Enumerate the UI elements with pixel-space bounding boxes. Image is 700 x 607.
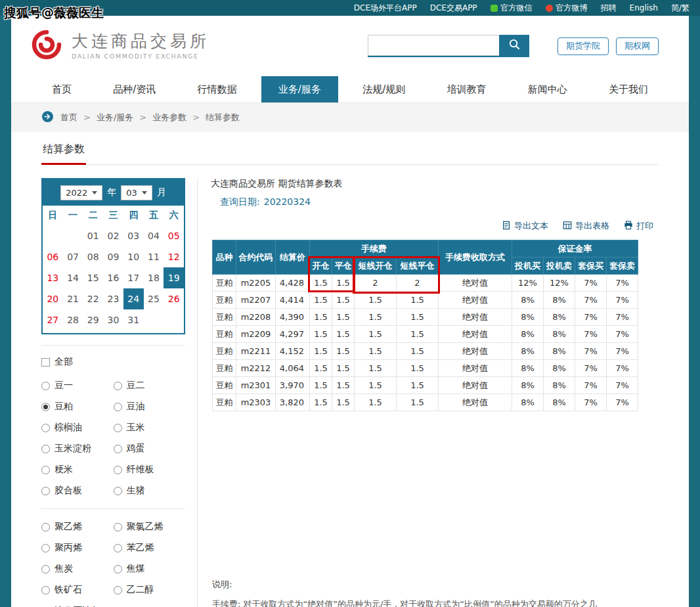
calendar-day[interactable]: 21	[63, 288, 83, 309]
variety-radio[interactable]: 豆一	[41, 380, 114, 392]
nav-item[interactable]: 培训教育	[429, 76, 503, 102]
dce-logo: 大连商品交易所 DALIAN COMMODITY EXCHANGE	[30, 29, 209, 63]
calendar-day[interactable]: 07	[63, 246, 83, 267]
calendar-day[interactable]	[63, 225, 83, 246]
cell-close: 1.5	[332, 292, 355, 309]
variety-radio[interactable]: 聚氯乙烯	[114, 521, 186, 533]
calendar-day[interactable]: 17	[123, 267, 144, 288]
calendar-day[interactable]: 12	[164, 246, 184, 267]
calendar-day[interactable]: 30	[103, 309, 123, 330]
export-text-button[interactable]: 导出文本	[502, 220, 548, 232]
variety-radio[interactable]: 玉米淀粉	[41, 443, 114, 455]
calendar-day[interactable]: 28	[63, 309, 83, 330]
variety-radio[interactable]: 豆二	[114, 380, 186, 392]
nav-item[interactable]: 关于我们	[592, 76, 665, 102]
variety-radio[interactable]: 苯乙烯	[114, 542, 186, 554]
variety-radio[interactable]: 豆粕	[41, 401, 114, 413]
variety-radio[interactable]: 鸡蛋	[114, 443, 186, 455]
topbar-link[interactable]: 简/繁	[671, 3, 689, 14]
calendar-day[interactable]: 19	[164, 267, 184, 288]
topbar-link[interactable]: 招聘	[601, 3, 617, 14]
nav-item[interactable]: 新闻中心	[511, 76, 584, 102]
select-all-label: 全部	[55, 356, 73, 368]
export-table-button[interactable]: 导出表格	[563, 220, 609, 232]
calendar-day[interactable]: 23	[103, 288, 123, 309]
options-site-button[interactable]: 期权网	[616, 37, 659, 55]
cell-code: m2211	[236, 343, 276, 360]
cell-hedge-sell: 7%	[607, 377, 638, 394]
calendar-day[interactable]: 24	[123, 288, 144, 309]
variety-radio[interactable]: 玉米	[114, 422, 186, 434]
calendar-day[interactable]: 27	[43, 309, 63, 330]
variety-radio[interactable]: 聚丙烯	[41, 542, 114, 554]
variety-radio-label: 豆粕	[55, 401, 73, 413]
variety-radio[interactable]: 焦炭	[41, 563, 114, 575]
nav-item[interactable]: 品种/资讯	[96, 76, 173, 102]
calendar-day[interactable]: 02	[103, 225, 123, 246]
calendar-day[interactable]: 08	[83, 246, 103, 267]
variety-radio[interactable]: 生猪	[114, 485, 186, 497]
cell-short-close: 1.5	[397, 377, 439, 394]
calendar-day[interactable]: 16	[103, 267, 123, 288]
calendar-day[interactable]: 20	[43, 288, 63, 309]
print-button[interactable]: 打印	[624, 220, 653, 232]
cell-short-close: 1.5	[397, 394, 439, 411]
calendar-day[interactable]: 25	[144, 288, 164, 309]
nav-item[interactable]: 首页	[35, 76, 89, 102]
calendar-day[interactable]: 22	[83, 288, 103, 309]
variety-radio[interactable]: 乙二醇	[114, 584, 186, 596]
variety-radio[interactable]: 胶合板	[41, 485, 114, 497]
cell-short-open: 1.5	[355, 343, 397, 360]
calendar-day[interactable]: 11	[144, 246, 164, 267]
select-all-checkbox[interactable]: 全部	[41, 345, 185, 368]
variety-radio[interactable]: 纤维板	[114, 464, 186, 476]
topbar-link[interactable]: DCE交易APP	[430, 3, 477, 14]
topbar-link[interactable]: 官方微博	[546, 3, 588, 14]
cell-short-close: 1.5	[397, 343, 439, 360]
variety-radio[interactable]: 聚乙烯	[41, 521, 114, 533]
calendar-day[interactable]	[164, 309, 184, 330]
topbar-link[interactable]: 官方微信	[491, 3, 533, 14]
nav-item[interactable]: 业务/服务	[261, 76, 338, 102]
calendar-day[interactable]: 18	[144, 267, 164, 288]
calendar-day[interactable]: 31	[123, 309, 144, 330]
cell-variety: 豆粕	[213, 343, 236, 360]
search-button[interactable]	[499, 35, 529, 56]
calendar-day[interactable]: 26	[164, 288, 184, 309]
topbar-link[interactable]: English	[630, 3, 658, 12]
logo-title: 大连商品交易所	[72, 32, 209, 51]
calendar-day[interactable]: 14	[63, 267, 83, 288]
calendar-day[interactable]: 15	[83, 267, 103, 288]
nav-item[interactable]: 法规/规则	[345, 76, 422, 102]
breadcrumb-item[interactable]: 业务参数	[133, 112, 186, 124]
logo-subtitle: DALIAN COMMODITY EXCHANGE	[72, 53, 209, 60]
calendar-day[interactable]: 01	[83, 225, 103, 246]
calendar-day[interactable]: 05	[164, 225, 184, 246]
calendar-day[interactable]: 06	[43, 246, 63, 267]
calendar-day[interactable]: 29	[83, 309, 103, 330]
calendar-day[interactable]	[144, 309, 164, 330]
search-input[interactable]	[368, 35, 499, 56]
month-select[interactable]: 03	[121, 185, 152, 200]
variety-radio[interactable]: 铁矿石	[41, 584, 114, 596]
calendar-day[interactable]: 03	[123, 225, 144, 246]
futures-college-button[interactable]: 期货学院	[558, 37, 609, 55]
variety-radio[interactable]: 粳米	[41, 464, 114, 476]
year-select[interactable]: 2022	[60, 185, 102, 200]
nav-item[interactable]: 行情数据	[181, 76, 254, 102]
breadcrumb-item[interactable]: 业务/服务	[77, 112, 133, 124]
table-row: 豆粕 m2301 3,970 1.5 1.5 1.5 1.5 绝对值 8% 8%…	[213, 377, 638, 394]
variety-radio[interactable]: 豆油	[114, 401, 186, 413]
breadcrumb-item[interactable]: 结算参数	[186, 112, 240, 124]
calendar-day[interactable]: 04	[144, 225, 164, 246]
calendar-day[interactable]: 09	[103, 246, 123, 267]
print-label: 打印	[636, 220, 653, 232]
calendar-day[interactable]: 10	[123, 246, 144, 267]
radio-icon	[114, 403, 122, 411]
breadcrumb-item[interactable]: 首页	[60, 112, 77, 124]
variety-radio[interactable]: 棕榈油	[41, 422, 114, 434]
variety-radio[interactable]: 焦煤	[114, 563, 186, 575]
topbar-link[interactable]: DCE场外平台APP	[354, 3, 417, 14]
calendar-day[interactable]	[43, 225, 63, 246]
calendar-day[interactable]: 13	[43, 267, 63, 288]
